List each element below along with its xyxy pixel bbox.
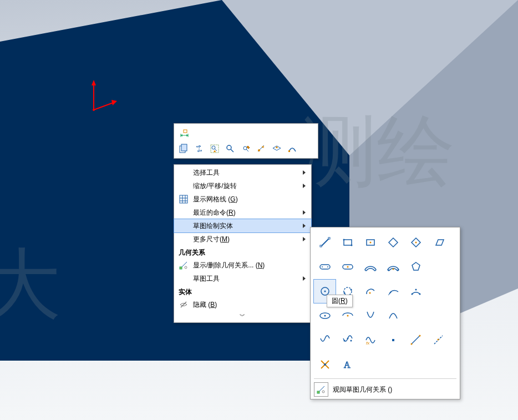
slot-icon[interactable] [314,255,336,279]
parallelogram-icon[interactable] [428,231,449,254]
menu-section-body: 实体 [174,285,311,298]
diamond-center-icon[interactable] [405,231,426,254]
measure-icon[interactable] [240,143,252,155]
svg-point-54 [343,292,345,294]
ellipse-icon[interactable] [314,304,336,327]
svg-point-44 [415,242,417,244]
menu-label: 草图绘制实体 [193,221,233,231]
svg-point-41 [351,245,352,246]
grid-icon [179,194,189,204]
svg-rect-26 [288,150,290,152]
empty-cell [405,353,426,376]
svg-point-49 [347,266,348,268]
svg-point-73 [437,339,439,341]
midline-icon[interactable] [428,328,449,352]
svg-point-64 [343,340,345,342]
line-icon[interactable] [314,231,336,254]
constraint-icon[interactable]: ★ [255,143,267,155]
svg-rect-39 [344,240,352,245]
menu-expand-chevron[interactable]: ︾ [174,311,311,321]
svg-rect-33 [180,267,182,269]
menu-select-tools[interactable]: 选择工具 [174,166,311,179]
menu-show-delete-relations[interactable]: 显示/删除几何关系... (N) [174,259,311,272]
menu-label: 最近的命令(R) [193,208,236,217]
text-bold-icon[interactable] [314,353,336,376]
svg-point-47 [327,266,328,267]
svg-rect-10 [184,130,187,133]
svg-rect-37 [320,245,322,247]
svg-point-59 [415,289,417,291]
svg-point-70 [410,343,412,345]
svg-point-23 [258,149,260,151]
centerline-icon[interactable] [405,328,426,352]
arc-3pt-icon[interactable] [405,280,426,303]
sketch-entities-flyout: fxA 观阅草图几何关系 () [310,227,460,399]
slot-arc-center-icon[interactable] [382,255,404,279]
tooltip-label: 圆(R) [332,297,348,305]
chevron-right-icon [303,170,306,175]
sketch-icon[interactable] [286,143,298,155]
empty-cell [428,353,449,376]
equation-curve-icon[interactable]: fx [359,328,381,352]
relations-view-icon[interactable] [314,382,328,397]
svg-point-80 [322,391,324,393]
empty-cell [428,304,449,327]
flyout-footer-label[interactable]: 观阅草图几何关系 () [333,385,392,394]
menu-section-geom: 几何关系 [174,246,311,259]
svg-text:★: ★ [261,145,265,149]
conic-icon[interactable] [382,304,404,327]
svg-rect-27 [180,195,187,203]
menu-recent-commands[interactable]: 最近的命令(R) [174,206,311,219]
zoom-area-icon[interactable]: ★ [209,143,221,155]
rect-center-icon[interactable] [359,231,381,254]
svg-text:fx: fx [366,341,370,346]
menu-label: 显示/删除几何关系... (N) [193,261,265,270]
chevron-right-icon [303,184,306,188]
arc-center-icon[interactable] [359,280,381,303]
circle-tooltip: 圆(R) [327,295,353,307]
svg-rect-12 [181,144,187,151]
menu-more-dimensions[interactable]: 更多尺寸(M) [174,232,311,246]
svg-point-58 [411,294,413,295]
svg-point-62 [324,315,326,317]
swap-icon[interactable] [193,143,205,155]
parabola-icon[interactable] [359,304,381,327]
point-icon[interactable] [382,328,404,352]
zoom-fit-icon[interactable] [224,143,236,155]
menu-show-grid[interactable]: 显示网格线 (G) [174,193,311,206]
polygon-icon[interactable] [405,255,426,279]
svg-point-43 [369,242,371,244]
svg-text:A: A [344,360,351,370]
arc-tangent-icon[interactable] [382,280,404,303]
svg-point-60 [419,294,420,295]
svg-point-71 [419,335,420,337]
slot-arc-icon[interactable] [359,255,381,279]
rect-corner-icon[interactable] [337,231,358,254]
svg-line-19 [231,149,233,152]
menu-label: 草图工具 [193,274,220,284]
svg-rect-68 [392,339,394,341]
menu-label: 隐藏 (B) [193,300,217,310]
empty-cell [405,304,426,327]
menu-sketch-tools[interactable]: 草图工具 [174,272,311,285]
copy-icon[interactable] [177,143,190,155]
svg-point-63 [347,315,348,317]
svg-point-53 [344,287,352,295]
text-a-icon[interactable]: A [337,353,358,376]
svg-point-34 [185,266,187,269]
menu-label: 显示网格线 (G) [193,195,238,204]
svg-rect-79 [317,391,319,393]
dimension-icon[interactable] [179,127,191,139]
slot-center-icon[interactable] [337,255,358,279]
svg-point-66 [350,340,352,342]
svg-rect-45 [320,265,330,269]
normal-icon[interactable] [271,143,283,155]
spline-fit-icon[interactable] [337,328,358,352]
ellipse-partial-icon[interactable] [337,304,358,327]
diamond-icon[interactable] [382,231,404,254]
svg-point-46 [322,266,323,267]
menu-hide[interactable]: 隐藏 (B) [174,298,311,311]
spline-icon[interactable] [314,328,336,352]
menu-sketch-entities[interactable]: 草图绘制实体 [174,219,311,232]
menu-zoom-pan-rotate[interactable]: 缩放/平移/旋转 [174,179,311,193]
